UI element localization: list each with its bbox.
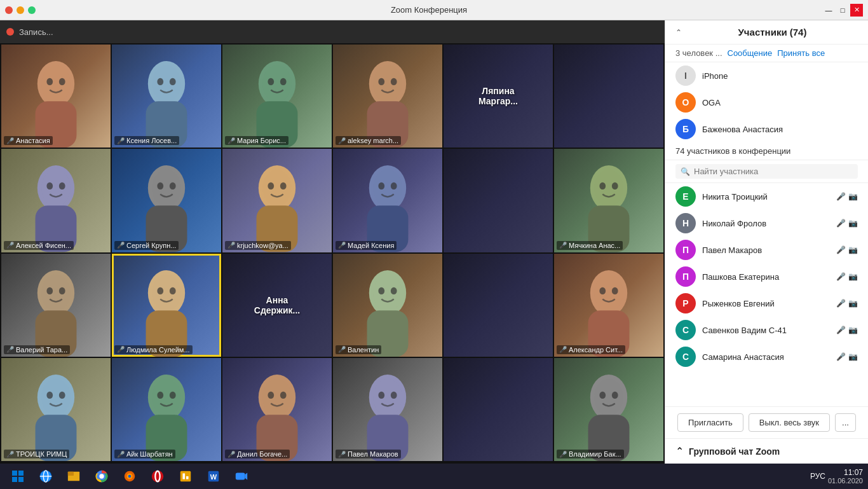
svg-rect-133 [186, 476, 189, 479]
recording-bar: Запись... [0, 20, 665, 43]
svg-rect-123 [68, 472, 74, 476]
mic-status-icon: 🎤 [836, 219, 846, 228]
panel-bottom: Пригласить Выкл. весь звук ... [665, 406, 868, 438]
start-button[interactable] [5, 466, 31, 486]
message-link[interactable]: Сообщение [728, 48, 773, 58]
close-button[interactable]: ✕ [850, 4, 863, 17]
video-cell[interactable]: 🎤Айк Шарбатян [112, 358, 221, 461]
mic-muted-icon: 🎤 [227, 451, 235, 458]
mic-status-icon: 🎤 [836, 326, 846, 334]
video-cell[interactable]: 🎤Мячкина Анас... [554, 149, 663, 252]
taskbar-word-icon[interactable]: W [201, 464, 226, 489]
list-item[interactable]: ППавел Макаров🎤📷 [665, 237, 868, 263]
svg-point-21 [41, 170, 70, 207]
list-item[interactable]: ССамарина Анастасия🎤📷 [665, 343, 868, 370]
video-cell[interactable]: 🎤Александр Сит... [554, 254, 663, 357]
svg-point-9 [170, 78, 176, 85]
participant-list[interactable]: ЕНикита Троицкий🎤📷ННиколай Фролов🎤📷ППаве… [665, 183, 868, 406]
taskbar-opera-icon[interactable] [145, 464, 170, 489]
video-cell[interactable]: 🎤Данил Богаче... [222, 358, 332, 461]
participant-name-bar: 🎤Мадей Ксения [336, 241, 397, 250]
panel-collapse-icon[interactable]: ⌃ [675, 28, 682, 37]
video-cell[interactable]: 🎤Мария Борис... [222, 45, 332, 148]
group-chat-section: ⌃ Групповой чат Zoom [665, 438, 868, 464]
list-item[interactable]: РРыженков Евгений🎤📷 [665, 290, 868, 317]
video-cell[interactable]: 🎤Валерий Тара... [1, 254, 111, 357]
svg-point-23 [46, 183, 53, 189]
svg-point-36 [373, 170, 402, 207]
svg-point-64 [612, 287, 618, 294]
taskbar-tray: РУС [810, 472, 825, 481]
video-cell[interactable] [444, 254, 553, 357]
svg-point-86 [594, 378, 623, 415]
video-cell[interactable]: Анна Сдержик... [222, 254, 332, 357]
video-cell[interactable]: 🎤Анастасия [1, 45, 111, 148]
avatar: С [675, 320, 696, 340]
svg-point-8 [157, 78, 163, 85]
mic-muted-icon: 🎤 [559, 242, 567, 249]
mute-all-button[interactable]: Выкл. весь звук [749, 413, 830, 432]
mic-status-icon: 🎤 [836, 352, 846, 361]
mic-muted-icon: 🎤 [6, 346, 14, 353]
invite-button[interactable]: Пригласить [677, 413, 743, 432]
video-cell[interactable]: 🎤Павел Макаров [333, 358, 442, 461]
svg-point-71 [152, 378, 180, 415]
video-cell[interactable]: 🎤Сергей Крупн... [112, 149, 221, 252]
search-input[interactable] [694, 167, 853, 176]
svg-point-81 [373, 378, 402, 415]
top-participant-iphone: I iPhone [665, 62, 868, 89]
minimize-button[interactable]: — [822, 4, 835, 17]
taskbar-explorer-icon[interactable] [61, 464, 86, 489]
group-chat-collapse-icon[interactable]: ⌃ [675, 445, 684, 457]
participant-name-overlay: Ляпина Маргар... [471, 86, 526, 106]
list-item[interactable]: ННиколай Фролов🎤📷 [665, 210, 868, 237]
svg-point-68 [46, 391, 53, 398]
mic-muted-icon: 🎤 [338, 242, 346, 249]
taskbar-zoom-icon[interactable] [229, 464, 254, 489]
video-cell[interactable]: 🎤ТРОИЦК РИМЦ [1, 358, 111, 461]
svg-point-26 [152, 170, 180, 207]
video-cell[interactable]: 🎤Ксения Лосев... [112, 45, 221, 148]
mic-muted-icon: 🎤 [227, 137, 235, 144]
video-cell[interactable]: 🎤Владимир Бак... [554, 358, 663, 461]
participant-status-icons: 🎤📷 [836, 352, 858, 361]
video-cell[interactable]: Ляпина Маргар... [444, 45, 553, 148]
participant-name-text: Пашкова Екатерина [702, 272, 830, 282]
taskbar-ie-icon[interactable] [33, 464, 58, 489]
video-cell[interactable]: 🎤Людмила Сулейм... [112, 254, 221, 357]
video-cell[interactable] [444, 358, 553, 461]
taskbar-chrome-icon[interactable] [89, 464, 114, 489]
svg-rect-132 [182, 473, 185, 479]
participant-status-icons: 🎤📷 [836, 245, 858, 254]
video-cell[interactable]: 🎤Валентин [333, 254, 442, 357]
svg-point-34 [280, 183, 287, 189]
taskbar-app5-icon[interactable] [173, 464, 198, 489]
camera-status-icon: 📷 [848, 352, 858, 361]
video-cell[interactable]: 🎤aleksey march... [333, 45, 442, 148]
video-cell[interactable]: 🎤Мадей Ксения [333, 149, 442, 252]
video-cell[interactable]: 🎤krjuchkow@ya... [222, 149, 332, 252]
taskbar-firefox-icon[interactable] [117, 464, 142, 489]
list-item[interactable]: ППашкова Екатерина🎤📷 [665, 263, 868, 290]
video-cell[interactable] [554, 45, 663, 148]
mic-muted-icon: 🎤 [117, 242, 125, 249]
list-item[interactable]: ССавенков Вадим С-41🎤📷 [665, 317, 868, 343]
maximize-button[interactable]: □ [836, 4, 849, 17]
svg-point-28 [157, 183, 163, 189]
participant-name-text: Николай Фролов [702, 219, 830, 228]
dot-green [28, 6, 36, 14]
waiting-row: 3 человек ... Сообщение Принять все [665, 45, 868, 62]
svg-point-73 [157, 391, 163, 398]
mic-muted-icon: 🎤 [6, 137, 14, 144]
more-options-button[interactable]: ... [835, 413, 856, 432]
list-item[interactable]: ЕНикита Троицкий🎤📷 [665, 183, 868, 210]
main-layout: Запись... 🎤Анастасия 🎤Ксения Лосев... [0, 20, 868, 464]
svg-point-89 [612, 391, 618, 398]
svg-point-61 [594, 274, 623, 311]
svg-marker-137 [245, 473, 248, 480]
camera-status-icon: 📷 [848, 219, 858, 228]
video-cell[interactable] [444, 149, 553, 252]
accept-all-link[interactable]: Принять все [777, 48, 825, 58]
video-cell[interactable]: 🎤Алексей Фисен... [1, 149, 111, 252]
svg-rect-131 [180, 471, 191, 482]
